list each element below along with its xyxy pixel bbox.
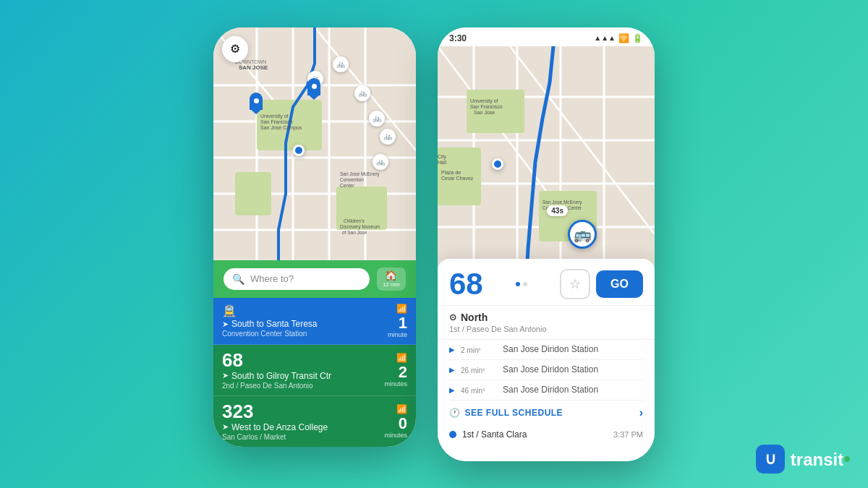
tram-subtitle: Convention Center Station (222, 330, 318, 338)
svg-text:Children's: Children's (344, 218, 365, 223)
transit-dot: • (843, 448, 851, 470)
tram-arrival-number: 1 (399, 315, 407, 331)
route-68-number: 68 (222, 351, 331, 369)
svg-text:San Francisco: San Francisco (470, 104, 503, 109)
map-left: University of San Francisco San Jose Cam… (213, 27, 416, 273)
route-323-arrival-unit: minutes (384, 432, 407, 439)
home-badge: 🏠 12 min (377, 267, 406, 291)
schedule-arrow-2: ▶ (449, 366, 455, 374)
go-button[interactable]: GO (596, 270, 643, 298)
schedule-station-1: San Jose Diridon Station (503, 344, 598, 354)
home-time: 12 min (383, 281, 400, 288)
search-bar[interactable]: 🔍 Where to? 🏠 12 min (213, 260, 416, 298)
direction-sub: 1st / Paseo De San Antonio (449, 325, 643, 333)
route-68-info: 68 ➤ South to Gilroy Transit Ctr 2nd / P… (222, 351, 331, 390)
route-68-arrival-unit: minutes (384, 380, 407, 388)
svg-text:San Jose: San Jose (474, 110, 495, 115)
route-323-number: 323 (222, 402, 328, 421)
tram-arrival-unit: minute (388, 331, 407, 338)
svg-text:University of: University of (470, 98, 498, 104)
route-tram-row[interactable]: 🚊 ➤ South to Santa Teresa Convention Cen… (213, 298, 416, 345)
transit-u-icon: ∪ (765, 450, 776, 468)
search-placeholder: Where to? (250, 273, 294, 284)
schedule-item-2[interactable]: ▶ 26 minˢ San Jose Diridon Station (449, 360, 643, 380)
svg-text:SAN JOSE: SAN JOSE (239, 64, 268, 71)
search-icon: 🔍 (232, 273, 244, 285)
svg-text:San Jose McEnery: San Jose McEnery (340, 171, 380, 177)
svg-text:of San Jose: of San Jose (342, 230, 367, 235)
schedule-station-3: San Jose Diridon Station (503, 385, 598, 395)
svg-rect-13 (235, 172, 271, 215)
schedule-arrow-3: ▶ (449, 386, 455, 394)
schedule-station-2: San Jose Diridon Station (503, 364, 598, 374)
battery-status-icon: 🔋 (632, 33, 643, 43)
transit-logo-icon: ∪ (756, 445, 785, 474)
bike-marker-3: 🚲 (354, 85, 370, 101)
bike-marker-4: 🚲 (369, 111, 385, 127)
svg-text:San Jose McEnery: San Jose McEnery (542, 200, 582, 205)
wifi-status-icon: 🛜 (618, 33, 629, 43)
schedule-time-1: 2 minˢ (461, 344, 497, 355)
svg-text:Convention: Convention (340, 177, 364, 182)
schedule-arrow-1: ▶ (449, 346, 455, 354)
route-68-arrival: 📶 2 minutes (384, 353, 407, 388)
route-323-arrival: 📶 0 minutes (384, 404, 407, 439)
phone-right: 3:30 ▲▲▲ 🛜 🔋 (438, 27, 655, 461)
route-323-row[interactable]: 323 ➤ West to De Anza College San Carlos… (213, 396, 416, 447)
favorite-button[interactable]: ☆ (560, 269, 590, 299)
route-323-arrival-number: 0 (399, 416, 407, 432)
tram-arrow-icon: ➤ (222, 320, 229, 329)
route-323-direction: ➤ West to De Anza College (222, 422, 328, 432)
chevron-right-icon: › (639, 406, 643, 419)
time-badge: 43s (547, 205, 568, 216)
route-323-subtitle: San Carlos / Market (222, 433, 328, 441)
search-input[interactable]: 🔍 Where to? (224, 268, 370, 290)
direction-info: ⊙ North 1st / Paseo De San Antonio (438, 306, 655, 340)
svg-text:City: City (438, 154, 447, 160)
svg-rect-14 (336, 187, 387, 230)
svg-text:Plaza de: Plaza de (441, 170, 461, 175)
bus323-arrow-icon: ➤ (222, 422, 229, 432)
star-icon: ☆ (569, 276, 581, 292)
svg-text:University of: University of (260, 114, 289, 119)
phone-left: University of San Francisco San Jose Cam… (213, 27, 416, 447)
settings-button[interactable]: ⚙ (222, 36, 248, 62)
schedule-item-3[interactable]: ▶ 46 minˢ San Jose Diridon Station (449, 380, 643, 401)
stop-item[interactable]: 1st / Santa Clara 3:37 PM (438, 425, 655, 444)
wifi-signal-icon: 📶 (396, 304, 407, 314)
full-schedule-row[interactable]: 🕐 SEE FULL SCHEDULE › (438, 401, 655, 425)
svg-text:Cesar Chavez: Cesar Chavez (441, 176, 474, 181)
direction-dot-icon: ⊙ (449, 312, 456, 322)
status-bar-right: 3:30 ▲▲▲ 🛜 🔋 (438, 27, 655, 46)
route-header: 68 ☆ GO (438, 259, 655, 306)
go-label: GO (610, 278, 629, 290)
route-68-subtitle: 2nd / Paseo De San Antonio (222, 382, 331, 390)
stop-name: 1st / Santa Clara (462, 429, 527, 440)
right-bottom-panel: 68 ☆ GO (438, 259, 655, 461)
svg-text:San Jose Campus: San Jose Campus (260, 125, 302, 131)
tram-direction: ➤ South to Santa Teresa (222, 319, 318, 329)
time-badge-text: 43s (551, 207, 563, 215)
full-schedule-text: SEE FULL SCHEDULE (465, 408, 563, 418)
route-tram-info: 🚊 ➤ South to Santa Teresa Convention Cen… (222, 304, 318, 338)
wifi-signal-icon-3: 📶 (396, 404, 407, 414)
bus68-arrow-icon: ➤ (222, 371, 229, 380)
bottom-panel-left: 🔍 Where to? 🏠 12 min 🚊 ➤ South to Santa … (213, 260, 416, 447)
schedule-time-3: 46 minˢ (461, 385, 497, 395)
full-schedule-link[interactable]: 🕐 SEE FULL SCHEDULE (449, 408, 563, 418)
gear-icon: ⚙ (230, 42, 240, 56)
bike-marker-5: 🚲 (380, 129, 396, 145)
location-dot (293, 145, 305, 156)
route-68-row[interactable]: 68 ➤ South to Gilroy Transit Ctr 2nd / P… (213, 345, 416, 396)
bike-marker-2: 🚲 (333, 56, 349, 72)
route-68-arrival-number: 2 (399, 364, 407, 380)
bus-marker: 🚌 (568, 220, 597, 249)
schedule-time-2: 26 minˢ (461, 364, 497, 375)
route-number-right: 68 (449, 269, 483, 299)
route-actions: ☆ GO (560, 269, 643, 299)
direction-main: ⊙ North (449, 312, 643, 323)
stop-info: 1st / Santa Clara (449, 429, 527, 440)
clock-icon: 🕐 (449, 408, 461, 418)
location-dot-right (492, 158, 503, 170)
schedule-item-1[interactable]: ▶ 2 minˢ San Jose Diridon Station (449, 340, 643, 360)
